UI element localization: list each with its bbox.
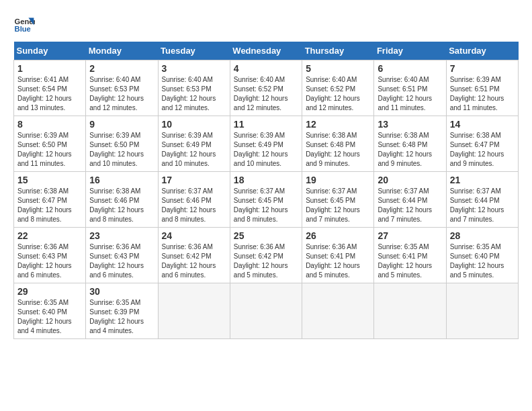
day-number: 19 <box>306 175 370 185</box>
day-info: Sunrise: 6:40 AMSunset: 6:52 PMDaylight:… <box>234 75 298 113</box>
calendar-cell: 24Sunrise: 6:36 AMSunset: 6:42 PMDayligh… <box>158 228 230 283</box>
day-number: 20 <box>378 175 442 185</box>
day-info: Sunrise: 6:40 AMSunset: 6:51 PMDaylight:… <box>378 75 442 113</box>
day-info: Sunrise: 6:35 AMSunset: 6:39 PMDaylight:… <box>89 298 154 336</box>
day-number: 8 <box>17 119 82 130</box>
calendar-cell: 15Sunrise: 6:38 AMSunset: 6:47 PMDayligh… <box>14 172 86 228</box>
calendar-cell: 20Sunrise: 6:37 AMSunset: 6:44 PMDayligh… <box>374 172 446 228</box>
day-number: 16 <box>89 175 154 185</box>
calendar-cell: 4Sunrise: 6:40 AMSunset: 6:52 PMDaylight… <box>230 60 302 116</box>
day-info: Sunrise: 6:38 AMSunset: 6:47 PMDaylight:… <box>17 187 82 224</box>
calendar-cell: 16Sunrise: 6:38 AMSunset: 6:46 PMDayligh… <box>86 172 158 228</box>
day-number: 7 <box>450 63 515 74</box>
calendar-cell: 9Sunrise: 6:39 AMSunset: 6:50 PMDaylight… <box>86 116 158 172</box>
calendar-cell: 10Sunrise: 6:39 AMSunset: 6:49 PMDayligh… <box>158 116 230 172</box>
day-info: Sunrise: 6:40 AMSunset: 6:52 PMDaylight:… <box>306 75 370 113</box>
day-info: Sunrise: 6:35 AMSunset: 6:40 PMDaylight:… <box>450 242 515 280</box>
day-number: 30 <box>89 286 154 297</box>
calendar-cell: 14Sunrise: 6:38 AMSunset: 6:47 PMDayligh… <box>446 116 518 172</box>
day-number: 29 <box>17 286 82 297</box>
day-info: Sunrise: 6:39 AMSunset: 6:49 PMDaylight:… <box>162 131 226 169</box>
weekday-header-friday: Friday <box>374 42 446 60</box>
day-info: Sunrise: 6:37 AMSunset: 6:45 PMDaylight:… <box>306 187 370 224</box>
weekday-header-tuesday: Tuesday <box>158 42 230 60</box>
logo: General Blue <box>13 13 39 35</box>
day-number: 15 <box>17 175 82 185</box>
logo-icon: General Blue <box>13 13 35 35</box>
day-number: 13 <box>378 119 442 130</box>
calendar-cell: 18Sunrise: 6:37 AMSunset: 6:45 PMDayligh… <box>230 172 302 228</box>
calendar-cell: 22Sunrise: 6:36 AMSunset: 6:43 PMDayligh… <box>14 228 86 283</box>
calendar-cell: 28Sunrise: 6:35 AMSunset: 6:40 PMDayligh… <box>446 228 518 283</box>
weekday-header-wednesday: Wednesday <box>230 42 302 60</box>
day-info: Sunrise: 6:35 AMSunset: 6:41 PMDaylight:… <box>378 242 442 280</box>
calendar-cell: 2Sunrise: 6:40 AMSunset: 6:53 PMDaylight… <box>86 60 158 116</box>
day-info: Sunrise: 6:38 AMSunset: 6:48 PMDaylight:… <box>306 131 370 169</box>
day-number: 27 <box>378 230 442 241</box>
calendar-cell: 27Sunrise: 6:35 AMSunset: 6:41 PMDayligh… <box>374 228 446 283</box>
calendar-week-4: 22Sunrise: 6:36 AMSunset: 6:43 PMDayligh… <box>14 228 519 283</box>
weekday-header-row: SundayMondayTuesdayWednesdayThursdayFrid… <box>14 42 519 60</box>
calendar-cell: 7Sunrise: 6:39 AMSunset: 6:51 PMDaylight… <box>446 60 518 116</box>
calendar-cell: 5Sunrise: 6:40 AMSunset: 6:52 PMDaylight… <box>302 60 374 116</box>
weekday-header-sunday: Sunday <box>14 42 86 60</box>
day-info: Sunrise: 6:37 AMSunset: 6:46 PMDaylight:… <box>162 187 226 224</box>
calendar-week-1: 1Sunrise: 6:41 AMSunset: 6:54 PMDaylight… <box>14 60 519 116</box>
day-info: Sunrise: 6:39 AMSunset: 6:50 PMDaylight:… <box>17 131 82 169</box>
day-info: Sunrise: 6:38 AMSunset: 6:48 PMDaylight:… <box>378 131 442 169</box>
calendar-week-3: 15Sunrise: 6:38 AMSunset: 6:47 PMDayligh… <box>14 172 519 228</box>
calendar-cell: 3Sunrise: 6:40 AMSunset: 6:53 PMDaylight… <box>158 60 230 116</box>
day-number: 11 <box>234 119 298 130</box>
calendar-cell: 8Sunrise: 6:39 AMSunset: 6:50 PMDaylight… <box>14 116 86 172</box>
day-info: Sunrise: 6:36 AMSunset: 6:42 PMDaylight:… <box>162 242 226 280</box>
calendar-cell <box>446 283 518 339</box>
calendar-cell: 13Sunrise: 6:38 AMSunset: 6:48 PMDayligh… <box>374 116 446 172</box>
day-number: 25 <box>234 230 298 241</box>
day-info: Sunrise: 6:39 AMSunset: 6:50 PMDaylight:… <box>89 131 154 169</box>
calendar-week-2: 8Sunrise: 6:39 AMSunset: 6:50 PMDaylight… <box>14 116 519 172</box>
day-number: 3 <box>162 63 226 74</box>
calendar-cell: 12Sunrise: 6:38 AMSunset: 6:48 PMDayligh… <box>302 116 374 172</box>
calendar-cell <box>230 283 302 339</box>
day-info: Sunrise: 6:36 AMSunset: 6:43 PMDaylight:… <box>89 242 154 280</box>
day-number: 24 <box>162 230 226 241</box>
day-number: 28 <box>450 230 515 241</box>
calendar-cell: 23Sunrise: 6:36 AMSunset: 6:43 PMDayligh… <box>86 228 158 283</box>
calendar-cell: 30Sunrise: 6:35 AMSunset: 6:39 PMDayligh… <box>86 283 158 339</box>
calendar-cell: 29Sunrise: 6:35 AMSunset: 6:40 PMDayligh… <box>14 283 86 339</box>
day-info: Sunrise: 6:38 AMSunset: 6:47 PMDaylight:… <box>450 131 515 169</box>
day-info: Sunrise: 6:38 AMSunset: 6:46 PMDaylight:… <box>89 187 154 224</box>
calendar-cell: 19Sunrise: 6:37 AMSunset: 6:45 PMDayligh… <box>302 172 374 228</box>
calendar-cell: 11Sunrise: 6:39 AMSunset: 6:49 PMDayligh… <box>230 116 302 172</box>
day-info: Sunrise: 6:36 AMSunset: 6:41 PMDaylight:… <box>306 242 370 280</box>
day-info: Sunrise: 6:36 AMSunset: 6:43 PMDaylight:… <box>17 242 82 280</box>
day-info: Sunrise: 6:36 AMSunset: 6:42 PMDaylight:… <box>234 242 298 280</box>
day-number: 4 <box>234 63 298 74</box>
calendar-cell: 6Sunrise: 6:40 AMSunset: 6:51 PMDaylight… <box>374 60 446 116</box>
day-number: 22 <box>17 230 82 241</box>
calendar-table: SundayMondayTuesdayWednesdayThursdayFrid… <box>13 42 519 339</box>
day-number: 10 <box>162 119 226 130</box>
day-number: 26 <box>306 230 370 241</box>
day-info: Sunrise: 6:37 AMSunset: 6:44 PMDaylight:… <box>378 187 442 224</box>
day-info: Sunrise: 6:40 AMSunset: 6:53 PMDaylight:… <box>162 75 226 113</box>
day-number: 18 <box>234 175 298 185</box>
day-info: Sunrise: 6:35 AMSunset: 6:40 PMDaylight:… <box>17 298 82 336</box>
day-info: Sunrise: 6:39 AMSunset: 6:51 PMDaylight:… <box>450 75 515 113</box>
day-number: 21 <box>450 175 515 185</box>
calendar-week-5: 29Sunrise: 6:35 AMSunset: 6:40 PMDayligh… <box>14 283 519 339</box>
calendar-cell <box>158 283 230 339</box>
calendar-cell: 17Sunrise: 6:37 AMSunset: 6:46 PMDayligh… <box>158 172 230 228</box>
day-number: 2 <box>89 63 154 74</box>
weekday-header-saturday: Saturday <box>446 42 518 60</box>
day-number: 17 <box>162 175 226 185</box>
day-info: Sunrise: 6:37 AMSunset: 6:45 PMDaylight:… <box>234 187 298 224</box>
calendar-cell <box>302 283 374 339</box>
calendar-cell: 1Sunrise: 6:41 AMSunset: 6:54 PMDaylight… <box>14 60 86 116</box>
weekday-header-thursday: Thursday <box>302 42 374 60</box>
day-number: 1 <box>17 63 82 74</box>
calendar-cell: 26Sunrise: 6:36 AMSunset: 6:41 PMDayligh… <box>302 228 374 283</box>
day-info: Sunrise: 6:41 AMSunset: 6:54 PMDaylight:… <box>17 75 82 113</box>
calendar-cell <box>374 283 446 339</box>
day-info: Sunrise: 6:40 AMSunset: 6:53 PMDaylight:… <box>89 75 154 113</box>
